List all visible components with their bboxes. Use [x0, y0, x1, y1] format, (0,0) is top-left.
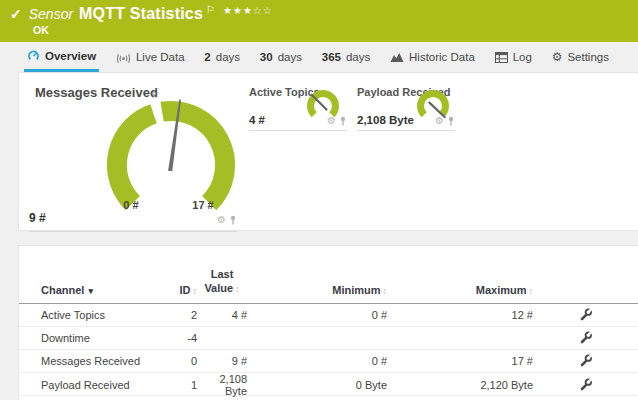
channel-maximum: 2,120 Byte [387, 379, 533, 391]
sort-icon: ↕ [529, 286, 534, 296]
tab-historic-data[interactable]: Historic Data [387, 42, 478, 72]
channel-maximum: 17 # [387, 355, 533, 367]
pin-icon[interactable] [229, 215, 237, 225]
channel-minimum: 0 # [247, 355, 387, 367]
table-row[interactable]: Downtime -4 [19, 327, 638, 350]
messages-received-value: 9 # [29, 211, 46, 225]
tab-label: days [278, 51, 302, 63]
sensor-header: ✓ Sensor MQTT Statistics ⚐ ★★★☆☆ OK [0, 0, 638, 42]
channel-id: 1 [161, 379, 197, 391]
channel-maximum: 12 # [387, 309, 533, 321]
antenna-icon [116, 51, 131, 64]
channel-name: Messages Received [41, 355, 161, 367]
tab-label: days [216, 51, 240, 63]
gauge-min-label: 0 # [109, 199, 153, 211]
channel-last-value: 4 # [197, 309, 247, 321]
tab-number: 30 [260, 51, 273, 63]
priority-stars[interactable]: ★★★☆☆ [223, 5, 273, 16]
channel-name: Active Topics [41, 309, 161, 321]
log-table-icon [495, 52, 508, 63]
payload-received-cell: Payload Received 2,108 Byte ⚙ [357, 86, 455, 136]
flag-icon: ⚐ [206, 4, 215, 15]
pin-icon[interactable] [339, 116, 347, 126]
table-row[interactable]: Active Topics 2 4 # 0 # 12 # [19, 304, 638, 327]
tab-label: Log [513, 51, 532, 63]
gear-icon[interactable]: ⚙ [217, 215, 226, 225]
table-row[interactable]: Payload Received 1 2,108 Byte 0 Byte 2,1… [19, 373, 638, 396]
gauges-panel: Messages Received x̄ 0 # 17 # 9 # ⚙ Acti… [18, 72, 638, 231]
tab-label: days [346, 51, 370, 63]
messages-received-footer: 9 # ⚙ [29, 211, 237, 232]
pin-icon[interactable] [447, 116, 455, 126]
channel-minimum: 0 # [247, 309, 387, 321]
channel-name: Downtime [41, 332, 161, 344]
channel-settings-wrench-icon[interactable] [579, 331, 592, 344]
tab-number: 365 [322, 51, 341, 63]
tab-label: Historic Data [409, 51, 475, 63]
active-topics-value: 4 # [249, 114, 265, 126]
tab-label: Overview [45, 50, 96, 62]
gear-icon: ⚙ [552, 51, 563, 63]
tab-live-data[interactable]: Live Data [113, 42, 188, 72]
channel-id: -4 [161, 332, 197, 344]
channel-id: 0 [161, 355, 197, 367]
channel-last-value: 9 # [197, 355, 247, 367]
column-header-last-value[interactable]: Last Value↕ [197, 268, 247, 296]
tab-label: Live Data [136, 51, 185, 63]
gauge-icon [27, 49, 40, 62]
channel-settings-wrench-icon[interactable] [579, 354, 592, 367]
column-header-minimum[interactable]: Minimum↕ [247, 284, 387, 296]
tab-settings[interactable]: ⚙ Settings [549, 42, 612, 72]
tab-log[interactable]: Log [492, 42, 535, 72]
gauge-max-label: 17 # [181, 199, 225, 211]
sort-icon: ↕ [235, 284, 240, 294]
status-badge: OK [33, 24, 49, 36]
table-header-row: Channel▾ ID↕ Last Value↕ Minimum↕ Maximu… [19, 246, 638, 304]
column-header-maximum[interactable]: Maximum↕ [387, 284, 533, 296]
gear-icon[interactable]: ⚙ [327, 116, 336, 126]
tab-number: 2 [204, 51, 210, 63]
channel-name: Payload Received [41, 379, 161, 391]
table-row[interactable]: Messages Received 0 9 # 0 # 17 # [19, 350, 638, 373]
tab-label: Settings [567, 51, 609, 63]
tab-365-days[interactable]: 365 days [319, 42, 373, 72]
tab-2-days[interactable]: 2 days [201, 42, 243, 72]
channel-last-value: 2,108 Byte [197, 373, 247, 397]
payload-received-value: 2,108 Byte [357, 114, 414, 126]
channels-table-panel: Channel▾ ID↕ Last Value↕ Minimum↕ Maximu… [18, 245, 638, 400]
active-topics-cell: Active Topics 4 # ⚙ [249, 86, 347, 136]
area-chart-icon [390, 51, 404, 63]
gauge-average-marker: x̄ [152, 90, 157, 100]
tab-bar: Overview Live Data 2 days 30 days 365 da… [0, 42, 638, 72]
tab-overview[interactable]: Overview [24, 42, 99, 72]
channel-settings-wrench-icon[interactable] [579, 308, 592, 321]
channel-id: 2 [161, 309, 197, 321]
sort-desc-icon: ▾ [88, 286, 93, 296]
gear-icon[interactable]: ⚙ [435, 116, 444, 126]
column-header-id[interactable]: ID↕ [161, 284, 197, 296]
object-type-label: Sensor [29, 6, 73, 22]
tab-30-days[interactable]: 30 days [257, 42, 305, 72]
channel-settings-wrench-icon[interactable] [579, 378, 592, 391]
status-ok-check-icon: ✓ [10, 6, 22, 22]
column-header-channel[interactable]: Channel▾ [41, 284, 161, 296]
page-title: MQTT Statistics [79, 5, 203, 23]
channel-minimum: 0 Byte [247, 379, 387, 391]
